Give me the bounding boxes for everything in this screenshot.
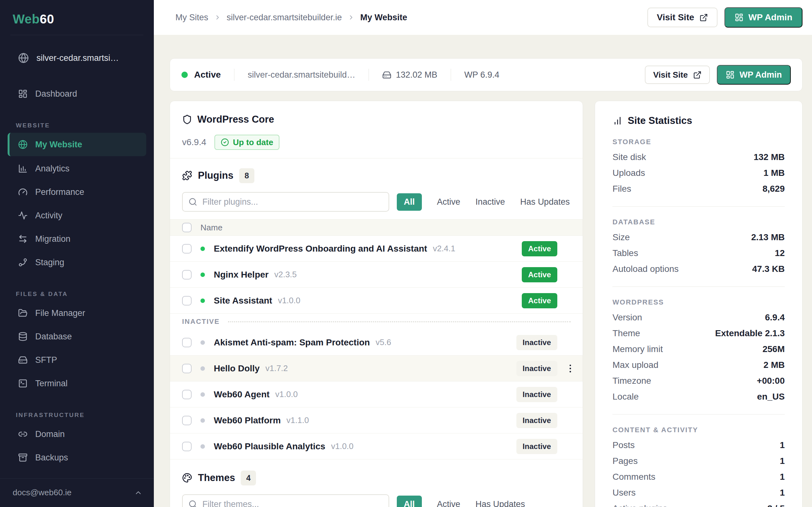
bar-chart-icon [18, 164, 28, 173]
row-checkbox[interactable] [182, 390, 192, 399]
status-dot [200, 298, 205, 303]
sidebar-item-performance[interactable]: Performance [0, 180, 154, 204]
sidebar-item-sftp[interactable]: SFTP [0, 348, 154, 372]
stats-row: Size2.13 MB [612, 229, 785, 245]
row-checkbox[interactable] [182, 296, 192, 305]
stats-section-header: DATABASE [612, 218, 785, 226]
plugin-name: Akismet Anti-spam: Spam Protection [214, 337, 370, 348]
wordpress-core-title-label: WordPress Core [197, 114, 274, 125]
select-all-checkbox[interactable] [182, 223, 192, 232]
breadcrumb-item[interactable]: My Sites [175, 13, 208, 22]
link-icon [18, 429, 28, 439]
sidebar-item-database[interactable]: Database [0, 325, 154, 348]
sidebar-site-name[interactable]: silver-cedar.smartsi… [0, 49, 154, 67]
divider [612, 286, 785, 287]
sidebar-item-backups[interactable]: Backups [0, 446, 154, 469]
stats-label: Theme [612, 328, 640, 338]
stats-label: Memory limit [612, 344, 663, 354]
sidebar-item-terminal[interactable]: Terminal [0, 372, 154, 395]
stats-section-header: STORAGE [612, 138, 785, 146]
plugin-row[interactable]: Web60 Platformv1.1.0Inactive [170, 407, 583, 434]
sidebar-item-label: Dashboard [35, 89, 77, 99]
stats-value: Extendable 2.1.3 [715, 328, 785, 338]
plugins-tabs: AllActiveInactiveHas Updates [397, 193, 570, 211]
row-actions-menu-icon[interactable] [565, 363, 576, 374]
stats-label: Autoload options [612, 264, 679, 274]
row-checkbox[interactable] [182, 244, 192, 253]
status-actions: Visit Site WP Admin [645, 65, 791, 84]
stats-row: Memory limit256M [612, 341, 785, 357]
status-dot [200, 444, 205, 449]
plugin-row[interactable]: Web60 Plausible Analyticsv1.0.0Inactive [170, 434, 583, 459]
stats-row: Timezone+00:00 [612, 373, 785, 389]
plugin-row[interactable]: Akismet Anti-spam: Spam Protectionv5.6In… [170, 330, 583, 355]
sidebar-item-domain[interactable]: Domain [0, 422, 154, 446]
plugins-count-badge: 8 [239, 168, 254, 183]
sidebar-item-my-website[interactable]: My Website [8, 133, 146, 156]
sidebar-sections: WEBSITEMy WebsiteAnalyticsPerformanceAct… [0, 106, 154, 469]
visit-site-button[interactable]: Visit Site [645, 66, 710, 84]
visit-site-label: Visit Site [653, 70, 688, 80]
sidebar-section-header: INFRASTRUCTURE [16, 412, 154, 418]
plugins-tab-inactive[interactable]: Inactive [475, 197, 505, 207]
sidebar-item-migration[interactable]: Migration [0, 227, 154, 250]
plugin-row[interactable]: Web60 Agentv1.0.0Inactive [170, 382, 583, 407]
visit-site-button[interactable]: Visit Site [647, 8, 717, 27]
breadcrumb: My Sitessilver-cedar.smartsitebuilder.ie… [175, 13, 407, 22]
stats-row: ThemeExtendable 2.1.3 [612, 326, 785, 341]
sidebar-item-file-manager[interactable]: File Manager [0, 301, 154, 325]
sidebar-item-staging[interactable]: Staging [0, 250, 154, 274]
plugins-filter-input[interactable] [182, 192, 389, 212]
stats-row: Files8,629 [612, 181, 785, 197]
themes-tab-has-updates[interactable]: Has Updates [475, 499, 525, 507]
plugin-status-badge: Inactive [516, 387, 557, 402]
sidebar-item-analytics[interactable]: Analytics [0, 157, 154, 180]
wp-admin-button[interactable]: WP Admin [724, 7, 803, 27]
plugins-tab-has-updates[interactable]: Has Updates [520, 197, 570, 207]
plugin-status-badge: Active [522, 267, 557, 282]
status-disk-value: 132.02 MB [396, 70, 438, 80]
plugins-tab-all[interactable]: All [397, 193, 422, 211]
globe-icon [18, 140, 28, 149]
row-checkbox[interactable] [182, 364, 192, 373]
row-checkbox[interactable] [182, 338, 192, 347]
plugins-title: Plugins [198, 170, 234, 181]
stats-value: 1 [780, 472, 785, 482]
sidebar-item-activity[interactable]: Activity [0, 204, 154, 227]
account-menu[interactable]: docs@web60.ie [0, 479, 154, 507]
sidebar-item-label: Analytics [35, 164, 69, 174]
plugins-tab-active[interactable]: Active [437, 197, 461, 207]
row-checkbox[interactable] [182, 416, 192, 425]
wordpress-core-section: WordPress Core v6.9.4 Up to date [170, 101, 583, 158]
plugin-name: Extendify WordPress Onboarding and AI As… [214, 244, 427, 254]
plugin-row[interactable]: Site Assistantv1.0.0Active [170, 288, 583, 314]
sidebar-item-label: Migration [35, 234, 70, 244]
status-dot [200, 418, 205, 423]
wp-admin-button[interactable]: WP Admin [717, 65, 791, 84]
row-checkbox[interactable] [182, 442, 192, 451]
status-disk: 132.02 MB [382, 70, 438, 80]
themes-filter [182, 494, 389, 507]
stats-value: 2 MB [763, 360, 785, 370]
stats-label: Locale [612, 392, 639, 402]
row-checkbox[interactable] [182, 270, 192, 279]
themes-tab-all[interactable]: All [397, 496, 422, 507]
search-icon [189, 500, 197, 507]
wp-admin-label: WP Admin [749, 12, 792, 22]
sidebar-item-label: File Manager [35, 308, 85, 318]
plugin-row[interactable]: Nginx Helperv2.3.5Active [170, 262, 583, 288]
status-dot [182, 72, 188, 78]
stats-value: +00:00 [757, 376, 785, 386]
plugins-toolbar: AllActiveInactiveHas Updates [182, 192, 571, 212]
themes-filter-input[interactable] [182, 494, 389, 507]
plugin-name: Site Assistant [214, 296, 272, 306]
themes-tab-active[interactable]: Active [437, 499, 461, 507]
archive-icon [18, 453, 28, 462]
breadcrumb-item[interactable]: silver-cedar.smartsitebuilder.ie [227, 13, 342, 22]
sidebar-item-dashboard[interactable]: Dashboard [0, 82, 154, 106]
plugin-name: Hello Dolly [214, 363, 260, 374]
plugin-row[interactable]: Hello Dollyv1.7.2Inactive [170, 355, 583, 382]
divider [612, 414, 785, 414]
plugin-name: Web60 Plausible Analytics [214, 441, 325, 452]
plugin-row[interactable]: Extendify WordPress Onboarding and AI As… [170, 236, 583, 262]
